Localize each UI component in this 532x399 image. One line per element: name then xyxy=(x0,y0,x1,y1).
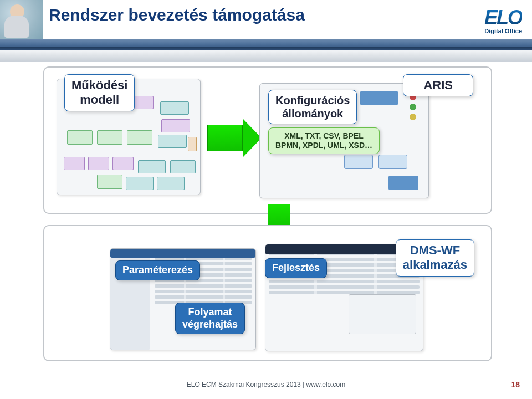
lower-frame: Paraméterezés Fejlesztés Folyamat végreh… xyxy=(43,225,492,361)
brand-logo: ELO Digital Office xyxy=(484,8,522,28)
label-konfig: Konfigurációs állományok xyxy=(268,90,357,124)
slide-title: Rendszer bevezetés támogatása xyxy=(49,6,305,24)
footer-text: ELO ECM Szakmai Kongresszus 2013 | www.e… xyxy=(187,381,346,388)
label-parameterezes: Paraméterezés xyxy=(115,260,200,280)
slide-header: Rendszer bevezetés támogatása ELO Digita… xyxy=(0,0,532,62)
label-line2: modell xyxy=(71,93,127,107)
upper-frame: Működési modell ARIS Konfigurációs állom… xyxy=(43,66,492,214)
label-formats: XML, TXT, CSV, BPEL BPMN, XPDL, UML, XSD… xyxy=(268,127,380,154)
label-line2: alkalmazás xyxy=(403,258,467,272)
slide-footer: ELO ECM Szakmai Kongresszus 2013 | www.e… xyxy=(0,370,532,399)
header-photo xyxy=(0,0,43,43)
label-line2: BPMN, XPDL, UML, XSD… xyxy=(275,141,372,150)
label-mukodesi-modell: Működési modell xyxy=(64,74,135,111)
header-silverbar xyxy=(0,50,532,62)
label-line2: végrehajtás xyxy=(182,319,238,331)
label-line1: XML, TXT, CSV, BPEL xyxy=(275,131,372,141)
label-line2: állományok xyxy=(275,107,350,120)
page-number: 18 xyxy=(511,380,520,389)
logo-subtext: Digital Office xyxy=(484,28,522,34)
label-line1: Működési xyxy=(71,78,127,93)
label-folyamat: Folyamat végrehajtás xyxy=(175,303,245,334)
logo-text: ELO xyxy=(484,8,522,28)
label-line1: Konfigurációs xyxy=(275,94,350,107)
label-fejlesztes: Fejlesztés xyxy=(265,258,327,278)
label-aris: ARIS xyxy=(403,74,473,96)
slide-content: Működési modell ARIS Konfigurációs állom… xyxy=(0,62,532,370)
header-bluebar xyxy=(0,39,532,50)
label-line1: DMS-WF xyxy=(403,243,467,258)
label-line1: Folyamat xyxy=(182,306,238,319)
arrow-right-icon xyxy=(207,125,243,151)
label-dmswf: DMS-WF alkalmazás xyxy=(396,239,474,277)
